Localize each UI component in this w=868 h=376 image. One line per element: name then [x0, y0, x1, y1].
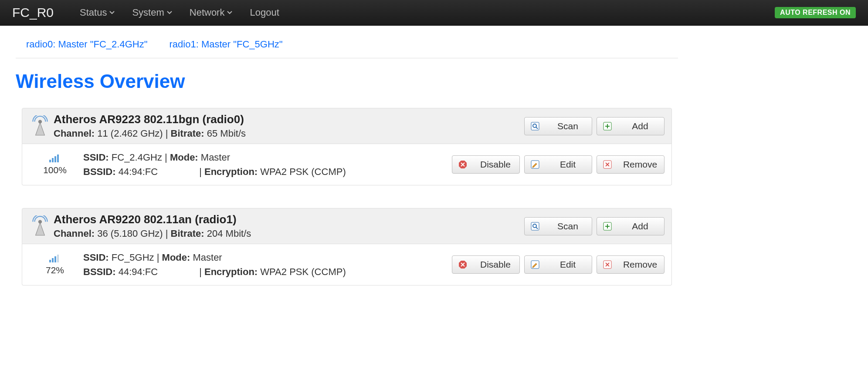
scan-icon: [531, 122, 539, 131]
radio-header: Atheros AR9223 802.11bgn (radio0) Channe…: [22, 108, 672, 144]
nav-item-label: System: [132, 7, 164, 18]
svg-rect-10: [57, 154, 59, 162]
button-label: Scan: [550, 121, 586, 131]
value-encryption: WPA2 PSK (CCMP): [260, 166, 346, 177]
signal-bars-icon: [27, 254, 83, 262]
auto-refresh-badge[interactable]: AUTO REFRESH ON: [775, 7, 856, 18]
label-bitrate: Bitrate:: [171, 228, 204, 239]
svg-rect-25: [49, 260, 51, 262]
svg-point-0: [38, 120, 42, 123]
svg-rect-8: [52, 158, 54, 162]
add-icon: [603, 122, 612, 131]
button-label: Edit: [550, 159, 586, 170]
network-row: 72% SSID: FC_5GHz | Mode: Master BSSID: …: [22, 244, 672, 285]
svg-rect-1: [531, 122, 539, 130]
button-label: Disable: [478, 259, 513, 270]
nav-item-label: Logout: [250, 7, 279, 18]
add-button[interactable]: Add: [597, 217, 665, 235]
network-actions: Disable Edit Remove: [452, 255, 665, 274]
signal-column: 72%: [27, 254, 83, 275]
network-actions: Disable Edit Remove: [452, 155, 665, 174]
svg-rect-19: [531, 222, 539, 230]
radio-actions: Scan Add: [524, 217, 665, 235]
edit-icon: [531, 160, 539, 169]
label-encryption: Encryption:: [204, 266, 258, 277]
label-bssid: BSSID:: [83, 266, 116, 277]
nav-menu: Status System Network Logout: [71, 7, 775, 18]
button-label: Disable: [478, 159, 513, 170]
radio-title: Atheros AR9223 802.11bgn (radio0): [54, 113, 524, 126]
value-encryption: WPA2 PSK (CCMP): [260, 266, 346, 277]
signal-percent: 100%: [27, 165, 83, 175]
tab-radio0[interactable]: radio0: Master "FC_2.4GHz": [26, 39, 148, 50]
svg-rect-27: [54, 256, 56, 262]
radio-actions: Scan Add: [524, 117, 665, 135]
value-ssid: FC_5GHz: [112, 252, 154, 263]
label-mode: Mode:: [162, 252, 190, 263]
edit-button[interactable]: Edit: [524, 155, 592, 174]
value-bssid: 44:94:FC: [119, 166, 158, 177]
value-bitrate: 65 Mbit/s: [207, 128, 246, 139]
label-channel: Channel:: [54, 228, 95, 239]
button-label: Remove: [622, 159, 658, 170]
button-label: Scan: [550, 221, 586, 232]
radio-card-1: Atheros AR9220 802.11an (radio1) Channel…: [22, 208, 672, 285]
value-channel: 36 (5.180 GHz): [97, 228, 163, 239]
radio-subtitle: Channel: 36 (5.180 GHz) | Bitrate: 204 M…: [54, 228, 524, 239]
label-ssid: SSID:: [83, 152, 109, 163]
disable-button[interactable]: Disable: [452, 255, 520, 274]
signal-percent: 72%: [27, 265, 83, 275]
label-ssid: SSID:: [83, 252, 109, 263]
value-bssid: 44:94:FC: [119, 266, 158, 277]
radio-header: Atheros AR9220 802.11an (radio1) Channel…: [22, 208, 672, 244]
svg-rect-26: [52, 258, 54, 262]
scan-button[interactable]: Scan: [524, 217, 592, 235]
radio-subtitle: Channel: 11 (2.462 GHz) | Bitrate: 65 Mb…: [54, 128, 524, 139]
nav-item-label: Status: [80, 7, 107, 18]
disable-icon: [458, 160, 467, 169]
add-button[interactable]: Add: [597, 117, 665, 135]
tab-radio1[interactable]: radio1: Master "FC_5GHz": [170, 39, 283, 50]
value-mode: Master: [193, 252, 222, 263]
disable-button[interactable]: Disable: [452, 155, 520, 174]
svg-point-18: [38, 220, 42, 223]
radio-title: Atheros AR9220 802.11an (radio1): [54, 213, 524, 226]
nav-item-label: Network: [190, 7, 225, 18]
label-channel: Channel:: [54, 128, 95, 139]
radio-texts: Atheros AR9220 802.11an (radio1) Channel…: [54, 213, 524, 239]
label-encryption: Encryption:: [204, 166, 258, 177]
chevron-down-icon: [227, 11, 232, 14]
brand[interactable]: FC_R0: [12, 5, 54, 20]
label-bitrate: Bitrate:: [171, 128, 204, 139]
value-ssid: FC_2.4GHz: [112, 152, 162, 163]
add-icon: [603, 222, 612, 231]
navbar: FC_R0 Status System Network Logout AUTO …: [0, 0, 868, 26]
radio-tabs: radio0: Master "FC_2.4GHz" radio1: Maste…: [16, 39, 678, 58]
scan-button[interactable]: Scan: [524, 117, 592, 135]
radio-texts: Atheros AR9223 802.11bgn (radio0) Channe…: [54, 113, 524, 139]
nav-item-system[interactable]: System: [123, 7, 180, 18]
button-label: Add: [622, 221, 658, 232]
remove-icon: [603, 260, 612, 269]
antenna-icon: [27, 115, 54, 137]
chevron-down-icon: [167, 11, 172, 14]
page-container: radio0: Master "FC_2.4GHz" radio1: Maste…: [0, 26, 694, 334]
remove-button[interactable]: Remove: [597, 155, 665, 174]
network-row: 100% SSID: FC_2.4GHz | Mode: Master BSSI…: [22, 144, 672, 185]
value-channel: 11 (2.462 GHz): [97, 128, 163, 139]
svg-rect-7: [49, 160, 51, 162]
value-bitrate: 204 Mbit/s: [207, 228, 251, 239]
network-info: SSID: FC_5GHz | Mode: Master BSSID: 44:9…: [83, 250, 452, 279]
disable-icon: [458, 260, 467, 269]
signal-bars-icon: [27, 154, 83, 162]
label-mode: Mode:: [170, 152, 198, 163]
signal-column: 100%: [27, 154, 83, 175]
button-label: Edit: [550, 259, 586, 270]
nav-item-logout[interactable]: Logout: [241, 7, 288, 18]
nav-item-status[interactable]: Status: [71, 7, 123, 18]
remove-button[interactable]: Remove: [597, 255, 665, 274]
button-label: Add: [622, 121, 658, 131]
nav-item-network[interactable]: Network: [181, 7, 241, 18]
edit-button[interactable]: Edit: [524, 255, 592, 274]
edit-icon: [531, 260, 539, 269]
